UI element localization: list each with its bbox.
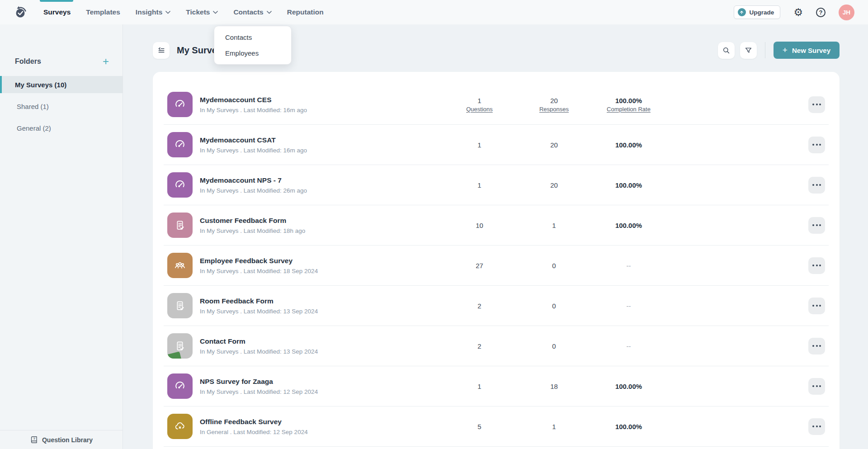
completion-stat: 100.00% (591, 383, 666, 390)
questions-stat: 27 (442, 262, 517, 269)
questions-count: 1 (477, 383, 481, 390)
upgrade-button[interactable]: Upgrade (734, 5, 781, 19)
survey-row[interactable]: Mydemoaccount CES In My Surveys . Last M… (153, 85, 840, 124)
help-icon[interactable]: ? (816, 8, 826, 17)
survey-title[interactable]: Mydemoaccount CES (200, 96, 307, 104)
add-folder-button[interactable]: + (103, 56, 109, 67)
document-check-icon (174, 299, 186, 312)
survey-row[interactable]: Mydemoaccount NPS - 7 In My Surveys . La… (153, 165, 840, 205)
nav-item-contacts[interactable]: Contacts (232, 5, 272, 19)
filter-icon (744, 46, 753, 55)
survey-title[interactable]: Mydemoaccount NPS - 7 (200, 176, 307, 184)
survey-row[interactable]: Offline Feedback Survey In General . Las… (153, 406, 840, 446)
nav-item-surveys[interactable]: Surveys (42, 5, 71, 19)
ellipsis-icon (812, 425, 814, 427)
gauge-icon (174, 179, 186, 191)
row-actions-button[interactable] (808, 137, 825, 153)
completion-stat: -- (591, 342, 666, 350)
responses-count: 1 (552, 222, 556, 229)
survey-title[interactable]: Contact Form (200, 337, 318, 345)
responses-stat: 20 (517, 181, 591, 189)
row-actions-button[interactable] (808, 418, 825, 435)
survey-type-icon (167, 132, 193, 157)
gauge-icon (174, 98, 186, 111)
survey-title[interactable]: Employee Feedback Survey (200, 257, 318, 265)
ellipsis-icon (812, 104, 814, 105)
survey-title[interactable]: Customer Feedback Form (200, 217, 305, 225)
nav-item-reputation[interactable]: Reputation (286, 5, 325, 19)
survey-list: Mydemoaccount CES In My Surveys . Last M… (153, 85, 840, 447)
primary-nav: Surveys Templates Insights Tickets Conta… (42, 5, 325, 19)
completion-stat: -- (591, 302, 666, 310)
survey-row[interactable]: Mydemoaccount CSAT In My Surveys . Last … (153, 125, 840, 165)
filter-button[interactable] (740, 42, 757, 59)
responses-label[interactable]: Responses (539, 106, 569, 113)
questions-count: 1 (477, 97, 481, 104)
new-survey-button[interactable]: + New Survey (774, 42, 840, 59)
ellipsis-icon (812, 385, 814, 387)
row-actions-button[interactable] (808, 96, 825, 113)
ellipsis-icon (812, 144, 814, 146)
nav-item-tickets[interactable]: Tickets (185, 5, 219, 19)
survey-row[interactable]: Customer Feedback Form In My Surveys . L… (153, 205, 840, 245)
survey-title[interactable]: Mydemoaccount CSAT (200, 136, 307, 144)
survey-row[interactable]: Contact Form In My Surveys . Last Modifi… (153, 326, 840, 366)
search-button[interactable] (718, 42, 735, 59)
settings-gear-icon[interactable]: ⚙ (793, 7, 803, 18)
sidebar-item-my-surveys[interactable]: My Surveys (10) (0, 76, 123, 93)
gauge-icon (174, 380, 186, 392)
row-actions-button[interactable] (808, 257, 825, 274)
completion-rate: -- (627, 342, 631, 350)
survey-row[interactable]: NPS Survey for Zaaga In My Surveys . Las… (153, 366, 840, 406)
app-logo-icon[interactable] (14, 5, 29, 20)
nav-right-actions: Upgrade ⚙ ? JH (734, 5, 854, 20)
row-actions-button[interactable] (808, 217, 825, 234)
completion-rate: 100.00% (615, 181, 642, 189)
thumbnail-accent (167, 351, 182, 359)
question-library-link[interactable]: ? Question Library (0, 430, 123, 449)
survey-meta: In My Surveys . Last Modified: 12 Sep 20… (200, 388, 318, 395)
completion-stat: 100.00% (591, 222, 666, 229)
row-actions-button[interactable] (808, 378, 825, 395)
completion-stat: 100.00% (591, 423, 666, 430)
responses-count: 18 (550, 383, 558, 390)
folders-heading: Folders (15, 57, 41, 66)
ellipsis-icon (812, 224, 814, 226)
chevron-down-icon (267, 11, 272, 14)
questions-stat: 2 (442, 302, 517, 310)
sidebar-item-shared[interactable]: Shared (1) (0, 98, 123, 115)
responses-stat: 20 (517, 141, 591, 149)
completion-stat: 100.00% Completion Rate (591, 97, 666, 113)
completion-rate: 100.00% (615, 383, 642, 390)
row-actions-button[interactable] (808, 338, 825, 354)
questions-label[interactable]: Questions (466, 106, 493, 113)
survey-type-icon (167, 172, 193, 198)
survey-row[interactable]: Room Feedback Form In My Surveys . Last … (153, 286, 840, 326)
survey-title[interactable]: Room Feedback Form (200, 297, 318, 305)
gauge-icon (174, 138, 186, 151)
survey-title[interactable]: Offline Feedback Survey (200, 418, 308, 426)
nav-item-insights[interactable]: Insights (135, 5, 171, 19)
survey-type-icon (167, 92, 193, 117)
contacts-dropdown-menu: Contacts Employees (214, 26, 292, 65)
row-actions-button[interactable] (808, 177, 825, 194)
dropdown-item-contacts[interactable]: Contacts (214, 29, 291, 45)
questions-count: 1 (477, 181, 481, 189)
nav-item-templates[interactable]: Templates (85, 5, 121, 19)
completion-rate: 100.00% (615, 423, 642, 430)
collapse-sidebar-button[interactable] (153, 42, 170, 59)
document-check-icon (174, 219, 186, 232)
completion-label[interactable]: Completion Rate (607, 106, 651, 113)
questions-stat: 1 Questions (442, 97, 517, 113)
completion-rate: 100.00% (615, 222, 642, 229)
dropdown-item-employees[interactable]: Employees (214, 45, 291, 61)
survey-row[interactable]: Employee Feedback Survey In My Surveys .… (153, 246, 840, 285)
row-actions-button[interactable] (808, 298, 825, 314)
sidebar-item-general[interactable]: General (2) (0, 119, 123, 137)
survey-title[interactable]: NPS Survey for Zaaga (200, 378, 318, 386)
questions-stat: 10 (442, 222, 517, 229)
svg-text:?: ? (33, 437, 35, 441)
user-avatar[interactable]: JH (839, 5, 854, 20)
survey-meta: In My Surveys . Last Modified: 26m ago (200, 187, 307, 194)
cloud-offline-icon (174, 420, 186, 433)
